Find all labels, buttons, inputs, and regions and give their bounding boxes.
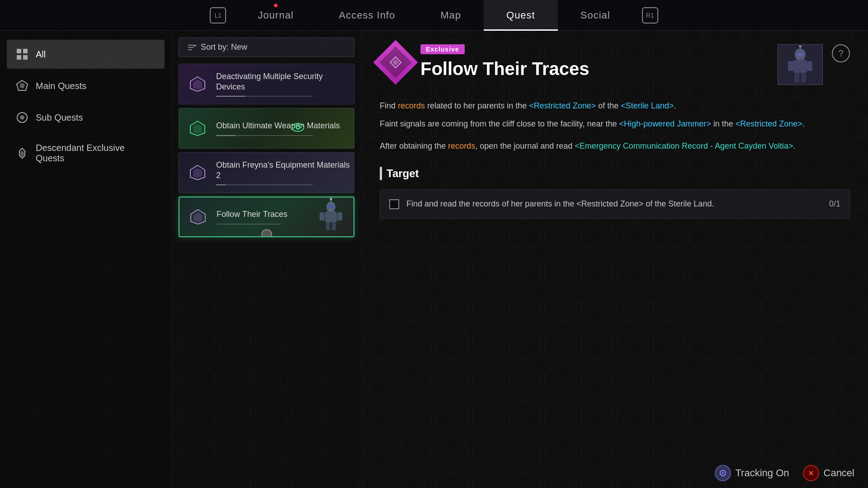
controller-l1-icon: L1 <box>210 7 226 23</box>
cancel-circle-icon <box>803 465 819 481</box>
exclusive-badge: Exclusive <box>420 44 465 54</box>
svg-marker-5 <box>19 83 25 88</box>
target-checkbox[interactable] <box>389 199 399 209</box>
svg-point-30 <box>328 204 334 208</box>
quest-diamond-inner <box>380 47 412 79</box>
restricted-zone-link-1: <Restricted Zone> <box>529 101 596 110</box>
tracking-label: Tracking On <box>736 467 789 479</box>
quest-diamond-icon <box>373 40 418 85</box>
quest-item-text-follow: Follow Their Traces <box>217 209 308 224</box>
quest-list-panel: Sort by: New Deactivating Multiple Secur… <box>172 31 362 488</box>
target-label: Target <box>387 167 419 180</box>
svg-rect-25 <box>337 212 342 221</box>
svg-rect-26 <box>326 222 330 230</box>
tracking-icon <box>719 469 726 477</box>
cancel-label: Cancel <box>824 467 854 479</box>
help-button[interactable]: ? <box>832 44 850 62</box>
quest-item-progress-deactivating <box>216 96 313 97</box>
quest-item-text-freyna: Obtain Freyna's Equipment Materials 2 <box>216 160 354 186</box>
character-silhouette-svg <box>780 46 821 84</box>
records-link-1: records <box>398 101 425 110</box>
sidebar: AllMain QuestsSub QuestsDescendant Exclu… <box>0 31 172 488</box>
quest-item-title-follow: Follow Their Traces <box>217 209 308 220</box>
sidebar-item-label-all: All <box>36 49 46 60</box>
svg-rect-36 <box>801 73 806 83</box>
sidebar-item-label-descendant_exclusive: Descendant Exclusive Quests <box>36 143 156 164</box>
quest-item-icon-freyna <box>186 161 209 184</box>
sort-bar: Sort by: New <box>179 38 354 57</box>
svg-point-39 <box>797 52 804 57</box>
emergency-comm-link: <Emergency Communication Record - Agent … <box>575 141 793 150</box>
quest-header: Exclusive Follow Their Traces <box>380 44 850 85</box>
cancel-button[interactable]: Cancel <box>803 465 854 481</box>
target-count: 0/1 <box>829 199 840 209</box>
svg-marker-19 <box>193 168 202 178</box>
tracking-circle-icon <box>715 465 731 481</box>
svg-rect-33 <box>788 61 793 71</box>
sort-icon <box>187 43 196 52</box>
quest-item-icon-follow <box>187 206 209 228</box>
sidebar-item-main_quests[interactable]: Main Quests <box>7 71 165 100</box>
svg-point-38 <box>799 46 802 47</box>
nav-notification-dot <box>274 4 278 7</box>
svg-rect-1 <box>23 49 28 53</box>
svg-marker-12 <box>193 80 202 89</box>
quest-main-title: Follow Their Traces <box>420 58 769 80</box>
svg-point-41 <box>722 472 724 474</box>
sidebar-item-all[interactable]: All <box>7 40 165 69</box>
tracking-on-button[interactable]: Tracking On <box>715 465 789 481</box>
controller-r1-icon: R1 <box>642 7 658 23</box>
svg-rect-27 <box>332 222 336 230</box>
quest-item-follow[interactable]: Follow Their Traces <box>179 197 354 237</box>
svg-rect-0 <box>17 49 21 53</box>
quest-item-icon-obtain_weapon <box>186 117 209 140</box>
svg-point-29 <box>330 198 332 200</box>
quest-character-thumbnail <box>778 44 823 85</box>
svg-rect-3 <box>23 55 28 60</box>
svg-point-7 <box>20 115 24 120</box>
sidebar-item-sub_quests[interactable]: Sub Quests <box>7 103 165 132</box>
target-header: Target <box>380 167 850 180</box>
svg-rect-32 <box>793 60 807 73</box>
quest-item-progress-freyna <box>216 184 313 185</box>
svg-marker-14 <box>193 124 202 134</box>
restricted-zone-link-2: <Restricted Zone> <box>736 119 802 128</box>
nav-bar: L1 JournalAccess InfoMapQuestSocial R1 <box>0 0 868 31</box>
quest-item-progress-obtain_weapon <box>216 135 313 136</box>
quest-item-obtain_weapon[interactable]: Obtain Ultimate Weapon Materials <box>179 108 354 149</box>
nav-item-map[interactable]: Map <box>418 0 484 31</box>
quest-item-thumb-follow <box>308 197 354 237</box>
svg-rect-35 <box>794 73 799 83</box>
quest-eye-icon <box>292 123 304 134</box>
sidebar-item-descendant_exclusive[interactable]: Descendant Exclusive Quests <box>7 135 165 172</box>
quest-item-title-deactivating: Deactivating Multiple Security Devices <box>216 71 354 93</box>
quest-target-section: Target Find and read the records of her … <box>380 167 850 219</box>
quest-item-text-deactivating: Deactivating Multiple Security Devices <box>216 71 354 97</box>
sort-button[interactable]: Sort by: New <box>179 38 354 57</box>
sidebar-item-label-main_quests: Main Quests <box>36 81 86 91</box>
quest-item-freyna[interactable]: Obtain Freyna's Equipment Materials 2 <box>179 152 354 193</box>
main-content: AllMain QuestsSub QuestsDescendant Exclu… <box>0 31 868 488</box>
quest-item-progress-follow <box>217 224 281 225</box>
sort-label: Sort by: New <box>201 42 247 52</box>
bottom-bar: Tracking On Cancel <box>701 458 868 488</box>
svg-rect-2 <box>17 55 21 60</box>
cancel-icon <box>808 470 814 476</box>
nav-item-journal[interactable]: Journal <box>235 0 316 31</box>
quest-item-title-obtain_weapon: Obtain Ultimate Weapon Materials <box>216 121 354 131</box>
quest-title-block: Exclusive Follow Their Traces <box>420 44 769 80</box>
svg-rect-24 <box>320 212 325 221</box>
jammer-link: <High-powered Jammer> <box>619 119 711 128</box>
detail-panel: Exclusive Follow Their Traces <box>362 31 868 488</box>
nav-item-quest[interactable]: Quest <box>484 0 558 31</box>
quest-cursor <box>261 229 272 237</box>
records-link-2: records <box>448 141 475 150</box>
nav-item-social[interactable]: Social <box>558 0 633 31</box>
quest-item-text-obtain_weapon: Obtain Ultimate Weapon Materials <box>216 121 354 136</box>
nav-items: JournalAccess InfoMapQuestSocial <box>235 0 632 31</box>
quest-item-deactivating[interactable]: Deactivating Multiple Security Devices <box>179 64 354 104</box>
sterile-land-link: <Sterile Land> <box>621 101 674 110</box>
nav-item-access_info[interactable]: Access Info <box>316 0 418 31</box>
quest-item-icon-deactivating <box>186 73 209 95</box>
svg-point-17 <box>297 127 299 128</box>
